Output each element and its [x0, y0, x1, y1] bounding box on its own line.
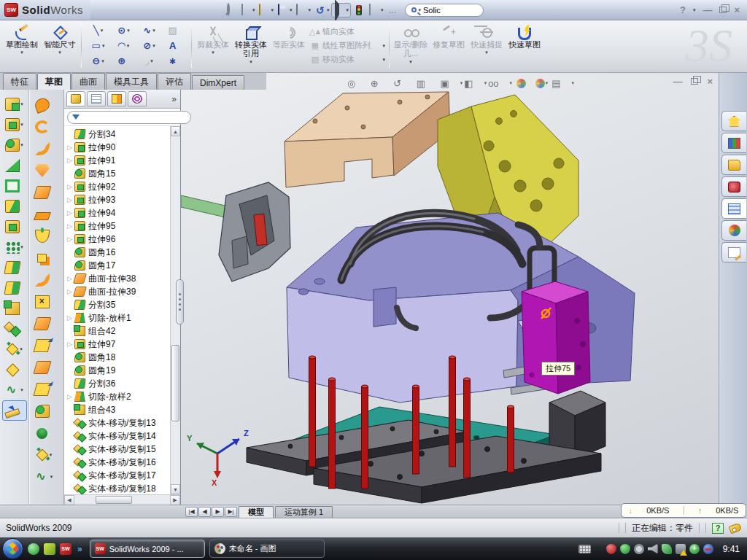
toolbar-button[interactable]: ▾ [31, 116, 56, 138]
tree-item[interactable]: ▷ 实体-移动/复制17 [66, 469, 180, 482]
zoom-area-icon[interactable]: ⊕ ▾ [371, 76, 392, 90]
document-tab[interactable]: 运动算例 1 [275, 506, 333, 518]
tree-item[interactable]: ▷ 拉伸90 [66, 141, 180, 154]
toolbar-button[interactable]: ▾ [31, 422, 56, 444]
antivirus-quicklaunch-icon[interactable] [44, 543, 55, 555]
expand-arrow-icon[interactable]: ▷ [67, 144, 74, 151]
property-manager-tab[interactable] [87, 91, 106, 106]
tree-item[interactable]: ▷ 圆角15 [66, 167, 180, 180]
command-tab[interactable]: DimXpert [192, 75, 244, 90]
tree-item[interactable]: ▷ 组合42 [66, 324, 180, 338]
convert-entities-button[interactable]: 转换实体引用 ▾ [232, 22, 270, 69]
menu-item[interactable] [136, 0, 152, 20]
toolbar-button[interactable]: ▾ [2, 257, 27, 278]
expand-arrow-icon[interactable]: ▷ [67, 157, 74, 164]
toolbar-button[interactable]: ▾ [31, 269, 56, 291]
tree-item[interactable]: ▷ 实体-移动/复制15 [66, 443, 180, 456]
toolbar-button[interactable]: ▾ [31, 225, 56, 247]
menu-item[interactable] [152, 0, 168, 20]
dropdown-arrow-icon[interactable]: ▾ [150, 58, 153, 64]
expand-arrow-icon[interactable]: ▷ [67, 222, 74, 230]
quick-snaps-button[interactable]: 快速捕捉 ▾ [468, 22, 506, 69]
tree-item[interactable]: ▷ 拉伸95 [66, 219, 180, 233]
toolbar-button[interactable]: ▾ [31, 247, 56, 269]
doc-restore-button[interactable] [691, 78, 698, 85]
tree-item[interactable]: ▷ 拉伸91 [66, 154, 180, 167]
toolbar-button[interactable]: ▾ [2, 176, 27, 196]
quick-tips-icon[interactable]: ? [712, 523, 724, 534]
gray-clamp-part[interactable] [181, 182, 290, 281]
scroll-up-icon[interactable]: ▲ [171, 126, 180, 136]
toolbar-button[interactable]: ▾ [2, 380, 27, 400]
sketch-entity-button[interactable]: ▭ ▾ [85, 38, 111, 53]
doc-minimize-button[interactable]: — [673, 76, 682, 87]
sketch-entity-button[interactable]: ⊖ ▾ [85, 53, 111, 69]
dimxpert-manager-tab[interactable] [128, 91, 147, 106]
toolbar-button[interactable]: ▾ [2, 94, 27, 114]
expand-arrow-icon[interactable]: ▷ [67, 209, 74, 217]
tab-nav-button[interactable]: |◀ [185, 507, 198, 517]
tab-nav-button[interactable]: ◀ [198, 507, 211, 517]
tree-filter-box[interactable] [67, 111, 191, 124]
expand-arrow-icon[interactable]: ▷ [67, 393, 74, 400]
volume-tray-icon[interactable] [648, 544, 658, 554]
tree-item[interactable]: ▷ 切除-放样1 [66, 311, 180, 324]
save-button[interactable]: ▾ [276, 3, 294, 18]
expand-arrow-icon[interactable]: ▷ [67, 314, 74, 322]
dropdown-arrow-icon[interactable]: ▾ [101, 28, 104, 34]
command-tab[interactable]: 特征 [3, 73, 36, 90]
toolbar-button[interactable]: ▾ [31, 291, 56, 313]
sketch-entity-button[interactable]: A ▾ [162, 38, 187, 53]
tree-item[interactable]: ▷ 圆角18 [66, 351, 180, 364]
toolbar-button[interactable]: ▾ [31, 203, 56, 225]
toolbar-button[interactable]: ▾ [31, 138, 56, 160]
updates-tray-icon[interactable] [634, 544, 644, 554]
toolbar-button[interactable]: ▾ [31, 182, 56, 203]
manager-tabs-overflow[interactable]: » [171, 94, 178, 104]
tree-item[interactable]: ▷ 拉伸92 [66, 180, 180, 193]
tree-item[interactable]: ▷ 实体-移动/复制18 [66, 482, 180, 494]
toolbar-button[interactable]: ▾ [31, 400, 56, 422]
taskbar-clock[interactable]: 9:41 [723, 544, 740, 554]
tree-item[interactable]: ▷ 分割36 [66, 377, 180, 390]
command-tab[interactable]: 曲面 [71, 73, 105, 90]
document-tab[interactable]: 模型 [239, 506, 274, 518]
tree-item[interactable]: ▷ 圆角17 [66, 259, 180, 272]
menu-item[interactable] [200, 0, 216, 20]
toolbar-button[interactable]: ▾ [31, 94, 56, 116]
toolbar-button[interactable]: ▾ [31, 313, 56, 335]
tab-nav-button[interactable]: ▶ [212, 507, 224, 517]
tree-item[interactable]: ▷ 拉伸93 [66, 193, 180, 206]
restore-button[interactable] [719, 7, 727, 13]
keyboard-layout-icon[interactable] [578, 545, 591, 553]
tree-item[interactable]: ▷ 拉伸94 [66, 206, 180, 219]
toolbar-button[interactable]: ▾ [31, 357, 56, 378]
tree-horizontal-scrollbar[interactable]: ◀ ▶ [64, 494, 180, 505]
help-button[interactable]: ? [680, 4, 686, 15]
panel-splitter-handle[interactable] [176, 279, 184, 324]
toolbar-button[interactable]: ▾ [2, 155, 27, 176]
menu-item[interactable] [104, 0, 120, 20]
dropdown-arrow-icon[interactable]: ▾ [152, 43, 155, 49]
sketch-entity-button[interactable]: ◞ ▾ [136, 53, 162, 69]
solidworks-quicklaunch-icon[interactable]: SW [60, 543, 71, 555]
search-input[interactable] [423, 6, 467, 15]
toolbar-button[interactable]: ▾ [2, 319, 27, 339]
print-button[interactable]: ▾ [294, 3, 312, 18]
undo-button[interactable]: ↺▾ [313, 3, 331, 18]
search-box[interactable]: ▾ [405, 4, 484, 17]
previous-view-icon[interactable]: ↺ ▾ [393, 76, 414, 90]
sync-blocked-tray-icon[interactable] [703, 544, 713, 554]
command-tab[interactable]: 评估 [158, 73, 191, 90]
tree-item[interactable]: ▷ 分割35 [66, 298, 180, 311]
tree-item[interactable]: ▷ 实体-移动/复制13 [66, 416, 180, 429]
tree-item[interactable]: ▷ 拉伸97 [66, 338, 180, 351]
dropdown-arrow-icon[interactable]: ▾ [152, 28, 155, 34]
sketch-button[interactable]: 草图绘制▾ [3, 22, 41, 69]
expand-arrow-icon[interactable]: ▷ [67, 183, 74, 190]
sketch-entity-button[interactable]: ▨ ▾ [162, 23, 187, 38]
tree-item[interactable]: ▷ 曲面-拉伸39 [66, 285, 180, 298]
toolbar-button[interactable]: ▾ [31, 378, 56, 400]
quick-launch-overflow[interactable]: » [77, 544, 82, 554]
scroll-down-icon[interactable]: ▼ [171, 484, 180, 494]
